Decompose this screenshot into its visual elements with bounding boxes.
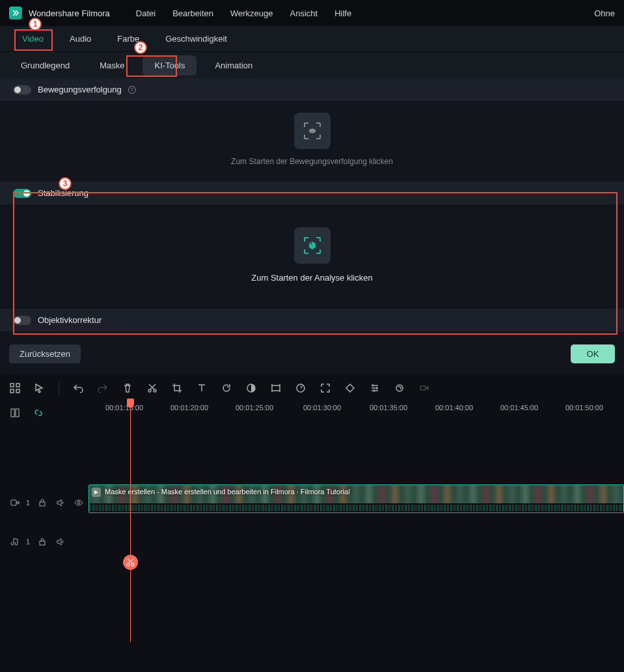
audio-track: 1: [0, 522, 624, 561]
motion-tracking-toggle[interactable]: [13, 85, 31, 94]
lens-correction-toggle[interactable]: [13, 316, 31, 325]
audio-track-head: 1: [0, 536, 88, 548]
audio-icon[interactable]: [394, 382, 405, 394]
motion-tracking-placeholder-icon: [294, 113, 331, 149]
record-icon[interactable]: [418, 382, 430, 394]
right-status[interactable]: Ohne: [594, 8, 615, 18]
redo-icon[interactable]: [97, 382, 109, 394]
sub-tabs: Grundlegend Maske KI-Tools Animation: [0, 52, 624, 78]
subtab-ai-tools[interactable]: KI-Tools: [142, 55, 197, 76]
tab-video[interactable]: Video: [9, 27, 57, 50]
delete-icon[interactable]: [122, 382, 133, 394]
color-icon[interactable]: [245, 382, 257, 394]
app-title: Wondershare Filmora: [29, 8, 110, 18]
ruler-label: 00:01:25:00: [236, 404, 273, 412]
subtab-mask[interactable]: Maske: [88, 55, 136, 76]
svg-rect-4: [16, 389, 20, 393]
lock-icon[interactable]: [36, 497, 48, 509]
svg-point-10: [396, 385, 403, 391]
undo-icon[interactable]: [72, 382, 84, 394]
collapse-tracks-icon[interactable]: [9, 407, 21, 419]
ruler-label: 00:01:15:00: [105, 404, 143, 412]
svg-rect-13: [16, 409, 19, 417]
separator: [59, 382, 59, 394]
main-menu: Datei Bearbeiten Werkzeuge Ansicht Hilfe: [136, 8, 351, 18]
svg-point-18: [127, 563, 129, 566]
svg-rect-12: [11, 409, 14, 417]
motion-tracking-label: Bewegungsverfolgung: [38, 85, 122, 94]
lens-correction-label: Objektivkorrektur: [38, 315, 102, 325]
svg-rect-15: [40, 502, 45, 506]
keyframe-icon[interactable]: [344, 382, 356, 394]
reset-button[interactable]: Zurücksetzen: [9, 344, 81, 363]
ruler-label: 00:01:45:00: [500, 404, 538, 412]
audio-track-body[interactable]: [88, 522, 624, 561]
stabilization-section: Stabilisierung Zum Starten der Analyse k…: [13, 182, 611, 309]
motion-tracking-body[interactable]: Zum Starten der Bewegungsverfolgung klic…: [0, 101, 624, 182]
lock-icon[interactable]: [36, 536, 48, 548]
timeline-area: 00:01:15:00 00:01:20:00 00:01:25:00 00:0…: [0, 401, 624, 642]
info-icon[interactable]: ?: [128, 86, 136, 94]
text-icon[interactable]: [196, 382, 208, 394]
svg-rect-2: [16, 384, 20, 387]
tab-color[interactable]: Farbe: [104, 27, 152, 50]
tab-speed[interactable]: Geschwindigkeit: [152, 27, 240, 50]
grid-icon[interactable]: [9, 382, 21, 394]
motion-tracking-header: Bewegungsverfolgung ?: [0, 78, 624, 101]
audio-track-icon: [10, 537, 20, 546]
stabilization-body[interactable]: Zum Starten der Analyse klicken: [13, 204, 611, 309]
ruler-label: 00:01:30:00: [303, 404, 341, 412]
video-track-icon: [10, 498, 20, 507]
stabilization-label: Stabilisierung: [38, 188, 88, 198]
rotate-icon[interactable]: [221, 382, 232, 394]
mute-icon[interactable]: [55, 497, 66, 509]
svg-rect-14: [11, 500, 16, 505]
svg-rect-8: [272, 385, 280, 391]
visibility-icon[interactable]: [73, 497, 85, 509]
clip-play-icon: [92, 488, 101, 497]
top-tabs: Video Audio Farbe Geschwindigkeit: [0, 26, 624, 52]
svg-rect-17: [40, 541, 45, 545]
playhead-handle-icon[interactable]: [127, 399, 134, 408]
pointer-icon[interactable]: [34, 382, 46, 394]
motion-tracking-hint: Zum Starten der Bewegungsverfolgung klic…: [231, 157, 393, 166]
stabilization-header: Stabilisierung: [0, 182, 624, 204]
svg-point-6: [154, 389, 156, 392]
menu-file[interactable]: Datei: [136, 8, 156, 18]
title-bar: Wondershare Filmora Datei Bearbeiten Wer…: [0, 0, 624, 26]
menu-tools[interactable]: Werkzeuge: [230, 8, 273, 18]
svg-point-0: [309, 129, 316, 133]
speed-icon[interactable]: [295, 382, 306, 394]
video-clip[interactable]: Maske erstellen - Maske erstellen und be…: [88, 484, 624, 513]
clip-icon[interactable]: [270, 382, 282, 394]
properties-panel: Bewegungsverfolgung ? Zum Starten der Be…: [0, 78, 624, 375]
video-track: 1 Maske erstellen - Maske erstellen und …: [0, 483, 624, 522]
tracks: 1 Maske erstellen - Maske erstellen und …: [0, 425, 624, 561]
mute-icon[interactable]: [55, 536, 66, 548]
subtab-basic[interactable]: Grundlegend: [9, 55, 81, 76]
ok-button[interactable]: OK: [571, 344, 615, 363]
ruler-ticks: [91, 414, 624, 423]
menu-view[interactable]: Ansicht: [290, 8, 318, 18]
panel-actions: Zurücksetzen OK: [0, 331, 624, 375]
expand-icon[interactable]: [319, 382, 331, 394]
ruler-label: 00:01:40:00: [435, 404, 473, 412]
tab-audio[interactable]: Audio: [57, 27, 104, 50]
link-icon[interactable]: [33, 407, 44, 419]
svg-rect-1: [10, 384, 14, 387]
video-track-body[interactable]: Maske erstellen - Maske erstellen und be…: [88, 483, 624, 522]
svg-point-5: [148, 389, 151, 392]
stabilization-hint: Zum Starten der Analyse klicken: [251, 273, 372, 283]
cut-icon[interactable]: [146, 382, 158, 394]
timeline-ruler[interactable]: 00:01:15:00 00:01:20:00 00:01:25:00 00:0…: [91, 401, 624, 425]
stabilization-toggle[interactable]: [13, 189, 31, 198]
playhead[interactable]: [130, 401, 131, 642]
ruler-label: 00:01:20:00: [170, 404, 208, 412]
app-logo-icon: [9, 7, 22, 20]
adjust-icon[interactable]: [369, 382, 381, 394]
subtab-animation[interactable]: Animation: [203, 55, 264, 76]
menu-help[interactable]: Hilfe: [334, 8, 351, 18]
playhead-cut-icon[interactable]: [123, 555, 138, 570]
menu-edit[interactable]: Bearbeiten: [172, 8, 213, 18]
crop-icon[interactable]: [171, 382, 183, 394]
